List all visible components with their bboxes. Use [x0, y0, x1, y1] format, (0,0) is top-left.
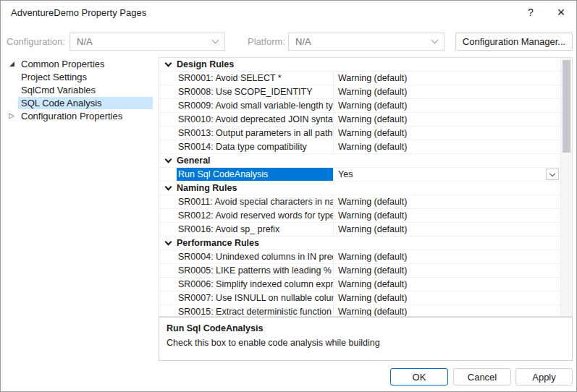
expanded-triangle-icon[interactable] [5, 61, 18, 67]
property-value[interactable]: Warning (default) [333, 85, 560, 98]
tree-item-label: SQL Code Analysis [18, 97, 153, 109]
apply-button[interactable]: Apply [515, 368, 573, 385]
tree-item-label: Configuration Properties [18, 110, 125, 122]
ok-button[interactable]: OK [390, 368, 448, 385]
property-row[interactable]: SR0006: Simplify indexed column expres W… [159, 278, 560, 291]
property-value: Yes [338, 169, 353, 179]
property-name[interactable]: SR0009: Avoid small variable-length typ [159, 99, 333, 112]
property-value[interactable]: Warning (default) [333, 223, 560, 236]
configuration-value: N/A [77, 36, 93, 47]
chevron-down-icon [431, 37, 439, 44]
tree-item-label: SqlCmd Variables [18, 84, 98, 96]
property-row-run-sql-codeanalysis[interactable]: Run Sql CodeAnalysis Yes [159, 168, 560, 182]
property-row[interactable]: SR0012: Avoid reserved words for type n … [159, 209, 560, 223]
property-value[interactable]: Warning (default) [333, 291, 560, 304]
property-row[interactable]: SR0010: Avoid deprecated JOIN syntax War… [159, 113, 560, 127]
category-naming-rules[interactable]: Naming Rules [159, 182, 560, 195]
tree-item-label: Common Properties [18, 58, 108, 70]
property-row[interactable]: SR0015: Extract deterministic function c… [159, 305, 560, 316]
title-bar-buttons: ? × [515, 1, 576, 24]
tree-item-sqlcmd-variables[interactable]: SqlCmd Variables [5, 83, 153, 96]
property-row[interactable]: SR0009: Avoid small variable-length typ … [159, 99, 560, 113]
category-tree: Common Properties Project Settings SqlCm… [5, 57, 153, 122]
platform-dropdown[interactable]: N/A [288, 33, 445, 51]
configuration-label: Configuration: [7, 33, 65, 51]
category-label: Naming Rules [177, 183, 237, 193]
platform-label: Platform: [248, 33, 285, 51]
property-name[interactable]: Run Sql CodeAnalysis [159, 168, 333, 181]
configuration-dropdown[interactable]: N/A [70, 33, 225, 51]
property-row[interactable]: SR0013: Output parameters in all paths W… [159, 127, 560, 140]
category-performance-rules[interactable]: Performance Rules [159, 237, 560, 250]
property-value[interactable]: Warning (default) [333, 140, 560, 153]
platform-value: N/A [295, 36, 311, 47]
tree-item-sql-code-analysis[interactable]: SQL Code Analysis [5, 96, 153, 109]
property-name[interactable]: SR0012: Avoid reserved words for type n [159, 209, 333, 222]
chevron-down-icon [165, 59, 172, 67]
property-value[interactable]: Warning (default) [333, 250, 560, 263]
property-row[interactable]: SR0014: Data type compatibility Warning … [159, 140, 560, 154]
property-row[interactable]: SR0008: Use SCOPE_IDENTITY Warning (defa… [159, 85, 560, 99]
category-design-rules[interactable]: Design Rules [159, 58, 560, 72]
vertical-scrollbar[interactable] [560, 58, 572, 316]
property-name[interactable]: SR0013: Output parameters in all paths [159, 127, 333, 140]
chevron-down-icon [165, 155, 172, 163]
scrollbar-thumb[interactable] [563, 60, 570, 153]
property-value[interactable]: Warning (default) [333, 195, 560, 208]
property-name[interactable]: SR0004: Unindexed columns in IN predic [159, 250, 333, 263]
cancel-button[interactable]: Cancel [453, 368, 511, 385]
property-name[interactable]: SR0008: Use SCOPE_IDENTITY [159, 85, 333, 98]
tree-item-project-settings[interactable]: Project Settings [5, 70, 153, 83]
property-grid-content: Design Rules SR0001: Avoid SELECT * Warn… [159, 58, 560, 316]
chevron-down-icon [165, 238, 172, 245]
tree-item-configuration-properties[interactable]: ▷ Configuration Properties [5, 109, 153, 122]
help-button[interactable]: ? [515, 1, 546, 24]
property-name[interactable]: SR0001: Avoid SELECT * [159, 72, 333, 85]
description-title: Run Sql CodeAnalysis [167, 323, 565, 333]
title-bar[interactable]: AdventureDemo Property Pages ? × [1, 1, 576, 24]
property-row[interactable]: SR0005: LIKE patterns with leading % War… [159, 264, 560, 278]
property-row[interactable]: SR0016: Avoid sp_ prefix Warning (defaul… [159, 223, 560, 237]
property-value[interactable]: Warning (default) [333, 278, 560, 291]
chevron-down-icon [165, 183, 172, 190]
collapsed-triangle-icon[interactable]: ▷ [5, 112, 18, 119]
category-label: Performance Rules [177, 238, 259, 248]
configuration-manager-button[interactable]: Configuration Manager... [455, 33, 573, 51]
category-label: Design Rules [177, 59, 234, 69]
property-value[interactable]: Warning (default) [333, 305, 560, 316]
category-general[interactable]: General [159, 154, 560, 168]
property-name[interactable]: SR0014: Data type compatibility [159, 140, 333, 153]
tree-item-label: Project Settings [18, 71, 90, 83]
property-name[interactable]: SR0010: Avoid deprecated JOIN syntax [159, 113, 333, 126]
chevron-down-icon [549, 171, 555, 176]
property-pages-dialog: AdventureDemo Property Pages ? × Configu… [0, 0, 577, 392]
property-value[interactable]: Warning (default) [333, 72, 560, 85]
tree-item-common-properties[interactable]: Common Properties [5, 57, 153, 70]
description-panel: Run Sql CodeAnalysis Check this box to e… [159, 317, 573, 361]
property-grid: Design Rules SR0001: Avoid SELECT * Warn… [159, 57, 573, 317]
property-name[interactable]: SR0016: Avoid sp_ prefix [159, 223, 333, 236]
property-value-editor[interactable]: Yes [333, 168, 560, 181]
property-value[interactable]: Warning (default) [333, 209, 560, 222]
dialog-title: AdventureDemo Property Pages [11, 7, 146, 18]
property-row[interactable]: SR0011: Avoid special characters in nam … [159, 195, 560, 209]
property-row[interactable]: SR0007: Use ISNULL on nullable column Wa… [159, 291, 560, 305]
description-text: Check this box to enable code analysis w… [167, 338, 565, 348]
property-name[interactable]: SR0006: Simplify indexed column expres [159, 278, 333, 291]
property-name[interactable]: SR0015: Extract deterministic function c… [159, 305, 333, 316]
property-value[interactable]: Warning (default) [333, 99, 560, 112]
property-name[interactable]: SR0011: Avoid special characters in nam [159, 195, 333, 208]
property-row[interactable]: SR0001: Avoid SELECT * Warning (default) [159, 72, 560, 85]
property-value[interactable]: Warning (default) [333, 113, 560, 126]
property-name[interactable]: SR0007: Use ISNULL on nullable column [159, 291, 333, 304]
category-label: General [177, 155, 211, 166]
property-value[interactable]: Warning (default) [333, 127, 560, 140]
property-name[interactable]: SR0005: LIKE patterns with leading % [159, 264, 333, 277]
chevron-down-icon [212, 37, 219, 44]
value-dropdown-button[interactable] [546, 169, 559, 180]
property-row[interactable]: SR0004: Unindexed columns in IN predic W… [159, 250, 560, 264]
close-button[interactable]: × [546, 1, 576, 24]
property-value[interactable]: Warning (default) [333, 264, 560, 277]
